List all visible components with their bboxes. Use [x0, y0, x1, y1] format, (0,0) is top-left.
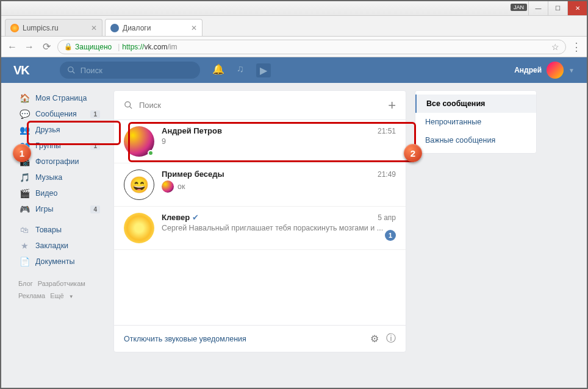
- sidebar-item-my-page[interactable]: 🏠Моя Страница: [13, 90, 105, 106]
- lock-icon: 🔒: [64, 43, 73, 51]
- content: 🏠Моя Страница 💬Сообщения1 👥Друзья 👥Групп…: [1, 83, 587, 360]
- svg-line-1: [73, 71, 75, 74]
- sidebar: 🏠Моя Страница 💬Сообщения1 👥Друзья 👥Групп…: [13, 90, 105, 352]
- bookmark-star-icon[interactable]: ☆: [551, 42, 559, 52]
- svg-point-0: [68, 67, 73, 72]
- vk-search-placeholder: Поиск: [81, 66, 102, 75]
- disable-sound-link[interactable]: Отключить звуковые уведомления: [124, 335, 246, 343]
- footer-ads[interactable]: Реклама: [18, 292, 45, 299]
- note-icon: 🎵: [18, 173, 30, 182]
- tab-dialogs[interactable]: Диалоги ✕: [105, 19, 203, 36]
- tab-close-icon[interactable]: ✕: [191, 24, 197, 32]
- dialogs-search[interactable]: Поиск +: [114, 91, 406, 120]
- chat-icon: 💬: [18, 109, 30, 119]
- footer-more[interactable]: Ещё: [50, 292, 64, 299]
- dialog-preview: ок: [162, 180, 396, 193]
- search-icon: [67, 66, 76, 74]
- dialog-avatar: 😄: [124, 170, 154, 200]
- dialog-time: 21:49: [378, 170, 396, 179]
- dialog-item[interactable]: Андрей Петров21:51 9: [114, 120, 406, 163]
- nav-forward-icon[interactable]: →: [23, 41, 35, 52]
- music-icon[interactable]: ♫: [237, 63, 244, 77]
- sidebar-item-label: Друзья: [35, 126, 60, 134]
- footer-blog[interactable]: Блог: [18, 280, 33, 287]
- jan-badge: JAN: [511, 4, 527, 11]
- user-menu[interactable]: Андрей ▼: [514, 62, 575, 79]
- sidebar-item-label: Игры: [35, 205, 53, 213]
- tab-lumpics[interactable]: Lumpics.ru ✕: [5, 19, 102, 36]
- nav-reload-icon[interactable]: ⟳: [40, 41, 52, 52]
- mini-avatar: [162, 180, 174, 193]
- window-titlebar: JAN — ☐ ✕: [1, 1, 587, 16]
- header-icons: 🔔 ♫ ▶: [212, 63, 271, 77]
- favicon-vk: [110, 24, 119, 32]
- dialogs-footer: Отключить звуковые уведомления ⚙ ⓘ: [114, 325, 406, 352]
- sidebar-item-music[interactable]: 🎵Музыка: [13, 170, 105, 185]
- search-placeholder: Поиск: [139, 101, 161, 110]
- unread-badge: 1: [385, 230, 396, 241]
- dialog-name: Клевер: [162, 213, 190, 222]
- tab-close-icon[interactable]: ✕: [91, 24, 97, 32]
- dialog-time: 5 апр: [378, 213, 396, 222]
- badge: 1: [90, 142, 100, 150]
- friends-icon: 👥: [18, 125, 30, 135]
- url-host: vk.com: [144, 43, 167, 51]
- dialog-time: 21:51: [378, 127, 396, 135]
- sidebar-item-games[interactable]: 🎮Игры4: [13, 201, 105, 217]
- dialogs-panel: Поиск + Андрей Петров21:51 9 😄 Пример бе…: [113, 90, 406, 352]
- address-bar[interactable]: 🔒 Защищено | https:// vk.com /im ☆: [57, 40, 566, 54]
- sidebar-item-friends[interactable]: 👥Друзья: [13, 122, 105, 138]
- page: VK Поиск 🔔 ♫ ▶ Андрей ▼ 🏠Моя Страница 💬С…: [1, 57, 587, 388]
- home-icon: 🏠: [18, 93, 30, 103]
- tab-label: Диалоги: [123, 24, 151, 32]
- gear-icon[interactable]: ⚙: [370, 333, 379, 344]
- sidebar-item-bookmarks[interactable]: ★Закладки: [13, 238, 105, 254]
- window-close[interactable]: ✕: [567, 1, 587, 15]
- vk-header: VK Поиск 🔔 ♫ ▶ Андрей ▼: [1, 57, 587, 83]
- vk-search[interactable]: Поиск: [60, 62, 200, 79]
- filter-all[interactable]: Все сообщения: [415, 95, 536, 113]
- filter-unread[interactable]: Непрочитанные: [415, 113, 536, 131]
- sidebar-item-market[interactable]: 🛍Товары: [13, 222, 105, 238]
- annotation-number-2: 2: [404, 144, 422, 162]
- dialog-preview: Сергей Навальный приглашает тебя пораски…: [162, 224, 396, 232]
- svg-point-2: [125, 102, 131, 107]
- sidebar-item-label: Музыка: [35, 173, 62, 182]
- dialog-avatar: [124, 126, 154, 157]
- nav-back-icon[interactable]: ←: [6, 41, 18, 52]
- window-maximize[interactable]: ☐: [548, 1, 567, 15]
- sidebar-item-messages[interactable]: 💬Сообщения1: [13, 106, 105, 122]
- sidebar-item-label: Фотографии: [35, 157, 79, 166]
- window-minimize[interactable]: —: [528, 1, 548, 15]
- sidebar-item-label: Моя Страница: [35, 94, 87, 102]
- new-dialog-icon[interactable]: +: [388, 98, 396, 113]
- search-icon: [124, 101, 133, 110]
- play-icon[interactable]: ▶: [256, 63, 271, 77]
- badge: 1: [90, 110, 100, 118]
- verified-icon: ✔: [192, 213, 199, 222]
- sidebar-footer: БлогРазработчикам РекламаЕщё▼: [13, 278, 105, 302]
- sidebar-item-label: Сообщения: [35, 110, 77, 118]
- dialog-preview: 9: [162, 137, 396, 146]
- main-panel: Поиск + Андрей Петров21:51 9 😄 Пример бе…: [113, 90, 575, 352]
- dialog-item[interactable]: 😄 Пример беседы21:49 ок: [114, 163, 406, 207]
- sidebar-item-video[interactable]: 🎬Видео: [13, 185, 105, 201]
- badge: 4: [90, 205, 100, 213]
- filter-important[interactable]: Важные сообщения: [415, 131, 536, 149]
- dialog-item[interactable]: Клевер✔5 апр Сергей Навальный приглашает…: [114, 207, 406, 250]
- video-icon: 🎬: [18, 188, 30, 198]
- vk-logo[interactable]: VK: [13, 63, 29, 77]
- favicon-lumpics: [10, 24, 19, 32]
- browser-toolbar: ← → ⟳ 🔒 Защищено | https:// vk.com /im ☆…: [1, 37, 587, 57]
- footer-dev[interactable]: Разработчикам: [38, 280, 85, 287]
- sidebar-item-documents[interactable]: 📄Документы: [13, 254, 105, 269]
- dialog-avatar: [124, 213, 154, 243]
- sidebar-item-label: Товары: [35, 226, 62, 234]
- dialog-name: Андрей Петров: [162, 126, 222, 135]
- browser-menu-icon[interactable]: ⋮: [571, 40, 582, 54]
- info-icon[interactable]: ⓘ: [386, 332, 396, 345]
- bell-icon[interactable]: 🔔: [212, 63, 224, 77]
- divider: |: [118, 43, 120, 51]
- url-path: /im: [167, 43, 177, 51]
- svg-line-3: [129, 106, 132, 109]
